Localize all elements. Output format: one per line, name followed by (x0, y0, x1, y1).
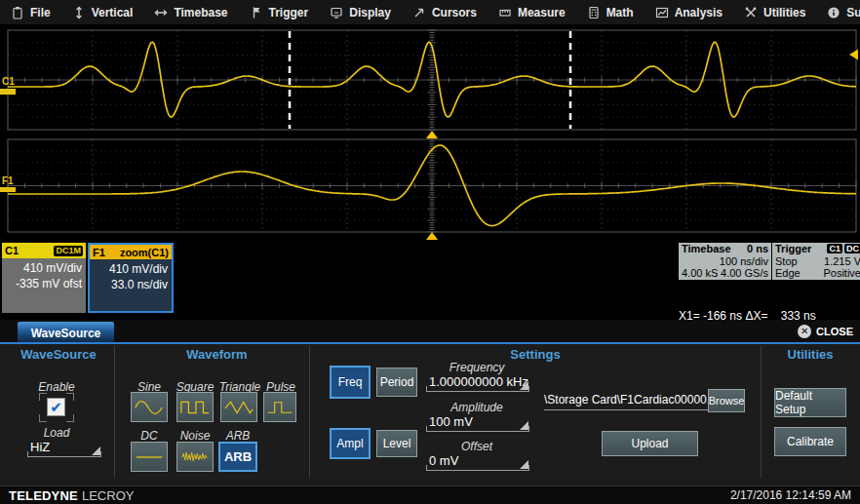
trigger-time-marker-c1[interactable] (426, 131, 438, 138)
menu-item-label: Cursors (432, 6, 477, 19)
dialog-tab-bar: WaveSource ✕ CLOSE (0, 320, 860, 344)
c1-coupling-badge: DC1M (54, 246, 83, 256)
c1-header: C1 DC1M (2, 243, 86, 258)
section-header-settings: Settings (477, 347, 594, 362)
offset-dropdown[interactable]: 0 mV (426, 452, 529, 471)
menu-analysis[interactable]: Analysis (645, 0, 733, 24)
section-header-waveform: Waveform (156, 347, 278, 362)
menu-item-label: Math (606, 6, 634, 19)
sine-button[interactable] (131, 392, 168, 422)
analysis-chart-icon (655, 6, 669, 19)
menu-math[interactable]: Math (576, 0, 645, 24)
status-bar: TELEDYNELECROY 2/17/2016 12:14:59 AM (0, 485, 860, 504)
dc-label: DC (131, 429, 168, 443)
section-header-wavesource: WaveSource (10, 347, 107, 362)
menu-item-label: Analysis (675, 6, 723, 19)
timebase-samples: 4.00 kS (682, 267, 718, 280)
c1-vdiv: 410 mV/div (2, 260, 82, 276)
dropdown-corner-icon (92, 446, 100, 455)
amplitude-value: 100 mV (429, 414, 473, 429)
trigger-type: Edge (775, 267, 801, 280)
menu-item-label: Trigger (269, 6, 309, 19)
arb-button[interactable]: ARB (218, 442, 257, 472)
level-button[interactable]: Level (376, 430, 417, 457)
triangle-button[interactable] (220, 392, 257, 422)
support-info-icon (827, 6, 840, 19)
timebase-summary-box[interactable]: Timebase 0 ns 100 ns/div 4.00 kS 4.00 GS… (679, 243, 771, 280)
menu-cursors[interactable]: Cursors (402, 0, 488, 24)
dropdown-corner-icon (520, 381, 528, 390)
enable-checkbox-frame (39, 393, 74, 422)
f1-vdiv: 410 mV/div (90, 261, 168, 277)
menu-file[interactable]: File (0, 0, 61, 24)
timebase-title: Timebase (682, 243, 731, 255)
default-setup-button[interactable]: Default Setup (774, 388, 846, 417)
file-path-input[interactable]: \Storage Card\F1Cardiac00000.c (544, 390, 708, 410)
menu-item-label: Timebase (174, 6, 227, 19)
frequency-value: 1.000000000 kHz (429, 374, 528, 389)
trigger-time-marker-f1[interactable] (426, 232, 438, 240)
cursors-arrow-icon (412, 6, 426, 19)
browse-button[interactable]: Browse (708, 389, 745, 412)
focus-corner (39, 393, 47, 401)
pulse-button[interactable] (263, 392, 296, 422)
brand-lecroy: LECROY (82, 488, 134, 503)
trigger-mode: Stop (775, 255, 798, 268)
calibrate-button[interactable]: Calibrate (774, 427, 846, 456)
enable-checkbox[interactable] (47, 398, 65, 416)
upload-button[interactable]: Upload (602, 431, 698, 456)
channel-descriptor-c1[interactable]: C1 DC1M 410 mV/div -335 mV ofst (2, 243, 86, 311)
trigger-level-marker[interactable] (849, 50, 858, 60)
menu-trigger[interactable]: Trigger (239, 0, 320, 24)
dc-button[interactable] (131, 442, 168, 472)
scope-display-area: C1F1 C1 DC1M 410 mV/div -335 mV ofst F1 … (0, 24, 860, 320)
frequency-dropdown[interactable]: 1.000000000 kHz (426, 373, 529, 392)
focus-corner (39, 414, 47, 422)
menu-utilities[interactable]: Utilities (733, 0, 816, 24)
menu-item-label: Support (846, 6, 860, 19)
trigger-title: Trigger (775, 243, 811, 255)
math-calculator-icon (587, 6, 601, 19)
dropdown-corner-icon (520, 421, 528, 430)
f1-tdiv: 33.0 ns/div (90, 277, 168, 292)
load-value: HiZ (30, 440, 50, 454)
trigger-flag-icon (250, 6, 263, 19)
tab-wavesource[interactable]: WaveSource (18, 322, 114, 344)
menu-measure[interactable]: Measure (488, 0, 576, 24)
dialog-content: WaveSource Waveform Settings Utilities E… (0, 344, 860, 485)
close-button[interactable]: ✕ CLOSE (798, 325, 853, 338)
channel-descriptor-f1[interactable]: F1 zoom(C1) 410 mV/div 33.0 ns/div (88, 243, 174, 313)
frequency-label: Frequency (425, 361, 528, 374)
measure-icon (498, 6, 512, 19)
section-header-utilities: Utilities (762, 347, 859, 362)
noise-button[interactable] (176, 442, 214, 472)
menu-display[interactable]: Display (319, 0, 402, 24)
menu-item-label: Vertical (92, 6, 134, 19)
amplitude-dropdown[interactable]: 100 mV (426, 413, 529, 432)
trigger-slope: Positive (823, 267, 860, 280)
dc-line-icon (134, 446, 165, 468)
load-dropdown[interactable]: HiZ (27, 438, 101, 457)
wavesource-dialog: WaveSource ✕ CLOSE WaveSource Waveform S… (0, 320, 860, 485)
c1-zero-marker[interactable] (0, 89, 16, 95)
section-divider (761, 346, 762, 478)
trigger-summary-box[interactable]: Trigger C1 DC Stop 1.215 V Edge Positive (772, 243, 860, 280)
teledyne-lecroy-logo: TELEDYNELECROY (9, 486, 134, 504)
ampl-button[interactable]: Ampl (330, 428, 371, 459)
square-button[interactable] (176, 392, 214, 422)
f1-label: F1 (93, 247, 105, 258)
period-button[interactable]: Period (376, 368, 417, 397)
freq-button[interactable]: Freq (330, 366, 371, 399)
menu-item-label: Measure (518, 6, 566, 19)
section-divider (309, 346, 310, 478)
menu-bar: File Vertical Timebase Trigger Display C… (0, 0, 860, 24)
menu-timebase[interactable]: Timebase (143, 0, 238, 24)
pulse-wave-icon (265, 397, 294, 418)
f1-zero-marker[interactable] (0, 187, 16, 192)
f1-grid-label: F1 (2, 175, 14, 186)
menu-vertical[interactable]: Vertical (61, 0, 144, 24)
menu-support[interactable]: Support (816, 0, 860, 24)
close-label: CLOSE (816, 326, 853, 337)
offset-label: Offset (425, 440, 528, 453)
f1-header: F1 zoom(C1) (90, 245, 172, 259)
